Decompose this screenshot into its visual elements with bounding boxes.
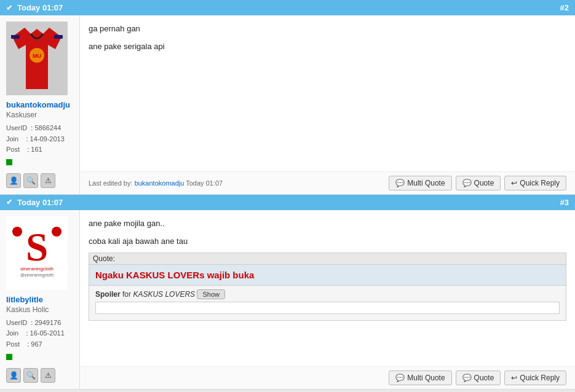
warning-icon-btn-3[interactable]: ⚠ xyxy=(41,368,55,383)
multi-quote-icon-3: 💬 xyxy=(395,374,405,382)
quote-title: Ngaku KASKUS LOVERs wajib buka xyxy=(89,265,566,286)
multi-quote-button-3[interactable]: 💬 Multi Quote xyxy=(389,370,451,385)
post-3: ✔ Today 01:07 #3 S sineraningcloth @sine… xyxy=(0,195,575,390)
spoiler-label: Spoiler xyxy=(95,290,121,299)
post-3-header: ✔ Today 01:07 #3 xyxy=(0,195,575,210)
edit-user-link[interactable]: bukantokomadju xyxy=(135,179,184,187)
search-icon-btn-3[interactable]: 🔍 xyxy=(23,368,38,383)
svg-text:sineraningcloth: sineraningcloth xyxy=(20,266,54,272)
svg-rect-3 xyxy=(11,35,20,39)
user-info: UserID : 5866244 Join : 14-09-2013 Post … xyxy=(6,123,73,155)
quick-reply-icon-3: ↩ xyxy=(511,374,517,382)
quote-spoiler: Spoiler for KASKUS LOVERS Show xyxy=(89,286,566,320)
post-2-sidebar: MU bukantokomadju Kaskuser UserID : 5866… xyxy=(0,15,80,194)
check-icon: ✔ xyxy=(6,4,12,12)
post-2-content: ga pernah gan ane pake serigala api xyxy=(80,15,575,171)
post-2: ✔ Today 01:07 #2 MU xyxy=(0,0,575,195)
post-header-left: ✔ Today 01:07 xyxy=(6,3,63,12)
post-3-content: ane pake mojila gan.. coba kali aja bawa… xyxy=(80,210,575,366)
post-3-body: S sineraningcloth @sineraningcloth litle… xyxy=(0,210,575,390)
check-icon-3: ✔ xyxy=(6,198,12,206)
user-icons: 👤 🔍 ⚠ xyxy=(6,173,73,188)
post-3-timestamp: Today 01:07 xyxy=(17,198,63,207)
post-edit: Last edited by: bukantokomadju Today 01:… xyxy=(89,179,223,187)
warning-icon-btn[interactable]: ⚠ xyxy=(41,173,55,188)
user-icons-3: 👤 🔍 ⚠ xyxy=(6,368,73,383)
post-2-body: MU bukantokomadju Kaskuser UserID : 5866… xyxy=(0,15,575,195)
post-2-footer: Last edited by: bukantokomadju Today 01:… xyxy=(80,171,575,194)
quick-reply-button[interactable]: ↩ Quick Reply xyxy=(504,176,566,190)
quote-icon-3: 💬 xyxy=(462,374,472,382)
post-3-actions: 💬 Multi Quote 💬 Quote ↩ Quick Reply xyxy=(389,370,566,385)
post-number: #2 xyxy=(560,3,569,12)
avatar: MU xyxy=(6,22,68,95)
user-rank-3: Kaskus Holic xyxy=(6,305,73,314)
quote-button-3[interactable]: 💬 Quote xyxy=(456,370,501,385)
svg-text:MU: MU xyxy=(33,53,41,59)
quote-box: Quote: Ngaku KASKUS LOVERs wajib buka Sp… xyxy=(89,253,566,321)
svg-text:@sineraningcloth: @sineraningcloth xyxy=(20,273,54,278)
username[interactable]: bukantokomadju xyxy=(6,100,73,109)
post-text: ga pernah gan ane pake serigala api xyxy=(89,23,566,53)
avatar-3: S sineraningcloth @sineraningcloth xyxy=(6,216,68,290)
post-3-content-area: ane pake mojila gan.. coba kali aja bawa… xyxy=(80,210,575,389)
profile-icon-btn[interactable]: 👤 xyxy=(6,173,21,188)
post-3-number: #3 xyxy=(560,198,569,207)
username-3[interactable]: litlebylitle xyxy=(6,295,73,304)
svg-point-9 xyxy=(12,227,22,237)
post-2-header: ✔ Today 01:07 #2 xyxy=(0,0,575,15)
online-status xyxy=(6,159,12,165)
multi-quote-button[interactable]: 💬 Multi Quote xyxy=(389,176,451,190)
profile-icon-btn-3[interactable]: 👤 xyxy=(6,368,21,383)
post-3-footer: 💬 Multi Quote 💬 Quote ↩ Quick Reply xyxy=(80,366,575,389)
post-timestamp: Today 01:07 xyxy=(17,3,63,12)
search-icon-btn[interactable]: 🔍 xyxy=(23,173,38,188)
spoiler-name: KASKUS LOVERS xyxy=(133,290,195,299)
online-status-3 xyxy=(6,354,12,360)
spoiler-for: for xyxy=(122,290,131,299)
post-2-content-area: ga pernah gan ane pake serigala api Last… xyxy=(80,15,575,194)
quick-reply-button-3[interactable]: ↩ Quick Reply xyxy=(504,370,566,385)
quote-icon: 💬 xyxy=(462,179,472,187)
svg-text:S: S xyxy=(26,225,48,269)
svg-point-10 xyxy=(52,227,61,237)
quote-button[interactable]: 💬 Quote xyxy=(456,176,501,190)
svg-rect-4 xyxy=(54,35,63,39)
show-spoiler-button[interactable]: Show xyxy=(197,289,225,299)
post-3-header-left: ✔ Today 01:07 xyxy=(6,198,63,207)
post-2-actions: 💬 Multi Quote 💬 Quote ↩ Quick Reply xyxy=(389,176,566,190)
multi-quote-icon: 💬 xyxy=(395,179,405,187)
post-3-sidebar: S sineraningcloth @sineraningcloth litle… xyxy=(0,210,80,389)
quote-inner-content xyxy=(95,302,560,314)
post-3-text: ane pake mojila gan.. coba kali aja bawa… xyxy=(89,218,566,248)
quote-label: Quote: xyxy=(89,253,566,265)
user-info-3: UserID : 2949176 Join : 16-05-2011 Post … xyxy=(6,318,73,350)
quick-reply-icon: ↩ xyxy=(511,179,517,187)
user-rank: Kaskuser xyxy=(6,111,73,119)
